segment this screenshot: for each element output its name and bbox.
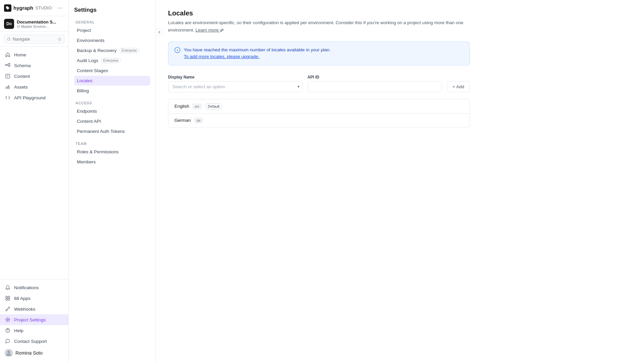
locale-default-badge: Default: [205, 103, 223, 109]
page-title: Locales: [168, 9, 632, 17]
upgrade-link[interactable]: To add more locales, please upgrade.: [184, 54, 259, 59]
nav-item-project-settings[interactable]: Project Settings: [0, 314, 68, 325]
settings-item-content-stages[interactable]: Content Stages: [74, 66, 150, 75]
locale-code-english: en: [193, 104, 201, 109]
api-id-group: API ID: [308, 75, 442, 92]
collapse-sidebar-button[interactable]: [155, 28, 163, 36]
settings-label-content-api: Content API: [77, 119, 101, 124]
nav-label-apps: 88 Apps: [14, 296, 31, 301]
search-bar: [0, 32, 68, 47]
settings-label-backup: Backup & Recovery: [77, 48, 117, 53]
apps-icon: [5, 295, 11, 301]
nav-item-contact-support[interactable]: Contact Support: [0, 336, 68, 347]
svg-point-0: [17, 25, 20, 28]
settings-label-project: Project: [77, 28, 91, 33]
settings-item-audit-logs[interactable]: Audit Logs Enterprise: [74, 56, 150, 65]
svg-point-13: [8, 307, 10, 308]
project-name: Documentation S...: [17, 19, 56, 24]
settings-item-environments[interactable]: Environments: [74, 36, 150, 45]
nav-item-api-playground[interactable]: API Playground: [0, 92, 68, 103]
search-wrapper[interactable]: [4, 35, 64, 44]
content-icon: [5, 73, 11, 79]
settings-item-permanent-auth[interactable]: Permanent Auth Tokens: [74, 126, 150, 136]
svg-rect-8: [6, 296, 7, 298]
svg-rect-5: [8, 65, 10, 66]
alert-text: You have reached the maximum number of l…: [184, 47, 331, 60]
nav-label-contact-support: Contact Support: [14, 339, 47, 344]
svg-point-21: [177, 49, 178, 49]
svg-point-16: [7, 331, 8, 331]
settings-label-members: Members: [77, 159, 96, 164]
main-content: Locales Locales are environment-specific…: [156, 0, 644, 362]
info-icon: [174, 47, 180, 53]
settings-label-roles: Roles & Permissions: [77, 149, 119, 154]
more-button[interactable]: ···: [55, 4, 64, 12]
nav-label-api: API Playground: [14, 95, 46, 100]
settings-label-permanent-auth: Permanent Auth Tokens: [77, 129, 125, 134]
project-selector[interactable]: Do Documentation S... Master Environ...: [0, 16, 68, 32]
settings-icon: [5, 317, 11, 323]
settings-item-locales[interactable]: Locales: [74, 76, 150, 86]
logo: hygraph STUDIO: [4, 4, 52, 12]
nav-item-assets[interactable]: Assets: [0, 82, 68, 92]
nav-label-help: Help: [14, 328, 23, 333]
svg-rect-10: [6, 299, 7, 300]
locales-table: English en Default German de: [168, 99, 470, 127]
api-id-label: API ID: [308, 75, 442, 80]
svg-point-14: [7, 319, 9, 321]
clock-icon: [58, 37, 61, 42]
nav-label-project-settings: Project Settings: [14, 317, 46, 322]
backup-enterprise-badge: Enterprise: [119, 48, 140, 53]
settings-item-content-api[interactable]: Content API: [74, 116, 150, 126]
svg-point-12: [6, 310, 7, 311]
audit-enterprise-badge: Enterprise: [101, 58, 121, 63]
learn-more-link[interactable]: Learn more: [196, 28, 224, 33]
display-name-select[interactable]: Search or select an option: [168, 81, 303, 92]
settings-label-endpoints: Endpoints: [77, 109, 97, 114]
project-avatar: Do: [4, 19, 14, 29]
search-input[interactable]: [13, 37, 56, 42]
user-item[interactable]: Romina Soto: [0, 347, 68, 359]
project-info: Documentation S... Master Environ...: [17, 19, 56, 29]
settings-item-roles[interactable]: Roles & Permissions: [74, 147, 150, 157]
svg-rect-11: [8, 299, 10, 300]
nav-item-home[interactable]: Home: [0, 49, 68, 60]
page-description: Locales are environment-specific, so the…: [168, 19, 470, 34]
nav-item-schema[interactable]: Schema: [0, 60, 68, 71]
settings-section-general: GENERAL: [74, 20, 150, 24]
api-icon: [5, 95, 11, 101]
settings-section-access: ACCESS: [74, 101, 150, 105]
nav-item-apps[interactable]: 88 Apps: [0, 293, 68, 304]
display-name-group: Display Name Search or select an option …: [168, 75, 303, 92]
settings-item-members[interactable]: Members: [74, 157, 150, 167]
locale-code-german: de: [194, 118, 203, 123]
settings-label-audit-logs: Audit Logs: [77, 58, 98, 63]
nav-label-home: Home: [14, 52, 26, 57]
schema-icon: [5, 62, 11, 68]
add-locale-button[interactable]: + Add: [447, 81, 470, 92]
svg-point-18: [7, 351, 10, 353]
nav-item-notifications[interactable]: Notifications: [0, 282, 68, 293]
nav-item-help[interactable]: Help: [0, 325, 68, 336]
sidebar-bottom: Notifications 88 Apps Webhooks Project S…: [0, 279, 68, 362]
nav-item-webhooks[interactable]: Webhooks: [0, 304, 68, 314]
settings-label-environments: Environments: [77, 38, 105, 43]
svg-rect-4: [8, 63, 10, 64]
settings-item-endpoints[interactable]: Endpoints: [74, 106, 150, 116]
nav-label-schema: Schema: [14, 63, 31, 68]
sidebar: hygraph STUDIO ··· Do Documentation S...…: [0, 0, 69, 362]
display-name-select-wrapper: Search or select an option ▾: [168, 81, 303, 92]
settings-item-project[interactable]: Project: [74, 25, 150, 35]
settings-item-billing[interactable]: Billing: [74, 86, 150, 96]
svg-rect-6: [6, 74, 10, 78]
svg-rect-9: [8, 296, 10, 298]
api-id-input[interactable]: [308, 81, 442, 92]
project-env: Master Environ...: [17, 24, 56, 29]
locale-name-german: German: [174, 118, 191, 123]
locale-row-english: English en Default: [168, 99, 470, 114]
help-icon: [5, 327, 11, 333]
settings-item-backup-recovery[interactable]: Backup & Recovery Enterprise: [74, 46, 150, 55]
logo-name: hygraph: [13, 5, 33, 11]
svg-point-7: [8, 86, 9, 87]
nav-item-content[interactable]: Content: [0, 71, 68, 82]
